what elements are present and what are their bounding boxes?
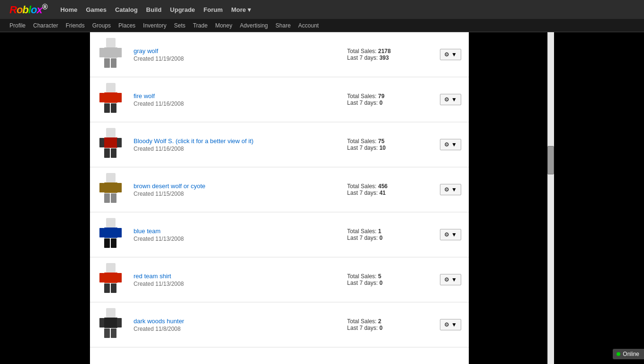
figure-leg-right: [111, 103, 116, 113]
dropdown-arrow-icon: ▼: [451, 186, 457, 193]
gear-icon: ⚙: [444, 51, 449, 58]
figure-torso: [104, 273, 117, 283]
item-row: brown desert wolf or cyote Created 11/15…: [90, 167, 469, 212]
gear-icon: ⚙: [444, 96, 449, 103]
item-info: brown desert wolf or cyote Created 11/15…: [134, 182, 347, 197]
figure-torso: [104, 47, 117, 58]
item-name[interactable]: dark woods hunter: [134, 318, 184, 325]
item-created: Created 11/13/2008: [134, 281, 347, 287]
gear-button[interactable]: ⚙ ▼: [440, 184, 461, 195]
figure-arm-right: [117, 228, 122, 237]
nav-profile[interactable]: Profile: [9, 22, 26, 29]
figure-head: [106, 263, 116, 273]
second-navigation: Profile Character Friends Groups Places …: [0, 19, 644, 32]
nav-account[interactable]: Account: [298, 22, 319, 29]
gear-button[interactable]: ⚙ ▼: [440, 139, 461, 150]
nav-money[interactable]: Money: [215, 22, 232, 29]
figure-arm-right: [117, 93, 122, 102]
item-thumbnail: [98, 128, 126, 161]
item-name[interactable]: blue team: [134, 228, 161, 235]
item-created: Created 11/16/2008: [134, 100, 347, 107]
item-name[interactable]: fire wolf: [134, 92, 155, 100]
dropdown-arrow-icon: ▼: [451, 141, 457, 148]
nav-games[interactable]: Games: [86, 6, 107, 13]
figure-leg-right: [111, 58, 116, 68]
nav-home[interactable]: Home: [60, 6, 77, 13]
figure-leg-right: [111, 193, 116, 203]
item-name[interactable]: red team shirt: [134, 273, 171, 280]
total-sales: Total Sales: 2178: [347, 48, 432, 55]
nav-upgrade[interactable]: Upgrade: [170, 6, 195, 13]
nav-friends[interactable]: Friends: [66, 22, 85, 29]
figure-leg-left: [104, 58, 110, 68]
item-row: red team shirt Created 11/13/2008 Total …: [90, 257, 469, 302]
figure-leg-left: [104, 283, 110, 293]
nav-places[interactable]: Places: [118, 22, 135, 29]
item-info: Bloody Wolf S. (click it for a better vi…: [134, 137, 347, 152]
figure-leg-left: [104, 103, 110, 113]
gear-button[interactable]: ⚙ ▼: [440, 319, 461, 330]
nav-advertising[interactable]: Advertising: [240, 22, 268, 29]
nav-forum[interactable]: Forum: [204, 6, 223, 13]
item-name[interactable]: gray wolf: [134, 47, 158, 55]
dropdown-arrow-icon: ▼: [451, 96, 457, 103]
nav-character[interactable]: Character: [33, 22, 58, 29]
item-name[interactable]: Bloody Wolf S. (click it for a better vi…: [134, 137, 253, 145]
total-sales: Total Sales: 2: [347, 318, 432, 325]
item-thumbnail: [98, 38, 126, 71]
figure-arm-left: [99, 183, 104, 192]
dropdown-arrow-icon: ▼: [451, 51, 457, 58]
item-row: Bloody Wolf S. (click it for a better vi…: [90, 122, 469, 167]
figure-arm-right: [117, 48, 122, 57]
figure-leg-right: [111, 283, 116, 293]
nav-inventory[interactable]: Inventory: [143, 22, 166, 29]
online-indicator: [617, 352, 620, 356]
gear-icon: ⚙: [444, 186, 449, 193]
gear-button[interactable]: ⚙ ▼: [440, 229, 461, 240]
gear-button[interactable]: ⚙ ▼: [440, 274, 461, 285]
item-stats: Total Sales: 2178 Last 7 days: 393: [347, 48, 432, 61]
gear-button[interactable]: ⚙ ▼: [440, 49, 461, 60]
figure-arm-left: [99, 48, 104, 57]
last-7-days: Last 7 days: 393: [347, 55, 432, 61]
figure-torso: [104, 137, 117, 148]
item-stats: Total Sales: 456 Last 7 days: 41: [347, 183, 432, 196]
figure-torso: [104, 92, 117, 103]
item-name[interactable]: brown desert wolf or cyote: [134, 182, 206, 190]
figure-head: [106, 128, 116, 137]
dropdown-arrow-icon: ▼: [451, 231, 457, 238]
item-stats: Total Sales: 2 Last 7 days: 0: [347, 318, 432, 331]
figure-leg-right: [111, 328, 116, 338]
figure-arm-left: [99, 273, 104, 282]
scrollbar-thumb[interactable]: [547, 146, 554, 174]
item-row: blue team Created 11/13/2008 Total Sales…: [90, 212, 469, 257]
item-thumbnail: [98, 218, 126, 251]
nav-more[interactable]: More ▾: [231, 6, 251, 13]
figure-leg-right: [111, 148, 116, 158]
nav-trade[interactable]: Trade: [193, 22, 207, 29]
item-created: Created 11/8/2008: [134, 326, 347, 332]
online-label: Online: [623, 351, 639, 357]
nav-share[interactable]: Share: [276, 22, 291, 29]
nav-sets[interactable]: Sets: [174, 22, 185, 29]
nav-build[interactable]: Build: [146, 6, 162, 13]
item-created: Created 11/19/2008: [134, 55, 347, 62]
item-thumbnail: [98, 263, 126, 296]
last-7-days: Last 7 days: 0: [347, 325, 432, 331]
figure-torso: [104, 182, 117, 193]
figure-leg-left: [104, 328, 110, 338]
nav-groups[interactable]: Groups: [92, 22, 111, 29]
scrollbar[interactable]: [547, 32, 554, 364]
item-stats: Total Sales: 1 Last 7 days: 0: [347, 228, 432, 241]
figure-arm-right: [117, 273, 122, 282]
gear-icon: ⚙: [444, 276, 449, 283]
dropdown-arrow-icon: ▼: [451, 276, 457, 283]
character-figure: [98, 218, 124, 249]
total-sales: Total Sales: 79: [347, 93, 432, 100]
left-sidebar: [0, 32, 90, 364]
last-7-days: Last 7 days: 0: [347, 100, 432, 106]
gear-button[interactable]: ⚙ ▼: [440, 94, 461, 105]
nav-catalog[interactable]: Catalog: [115, 6, 138, 13]
total-sales: Total Sales: 1: [347, 228, 432, 235]
item-created: Created 11/16/2008: [134, 146, 347, 152]
